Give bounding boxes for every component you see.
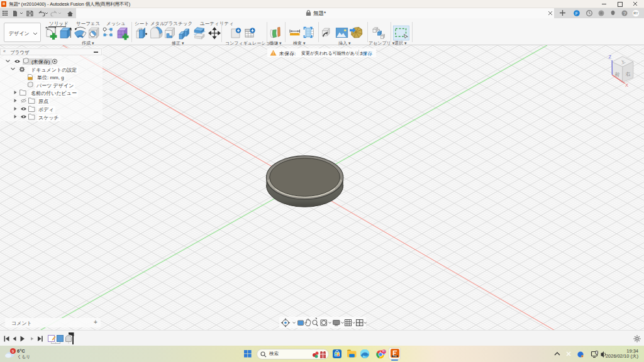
svg-text:?: ? bbox=[623, 11, 626, 16]
svg-text:RY: RY bbox=[633, 11, 638, 15]
svg-text:F: F bbox=[575, 11, 578, 16]
svg-text:X: X bbox=[625, 82, 628, 88]
svg-text:Z: Z bbox=[609, 54, 612, 60]
svg-text:!: ! bbox=[273, 51, 274, 55]
svg-text:右: 右 bbox=[625, 71, 631, 77]
svg-text:PSN: PSN bbox=[393, 355, 397, 358]
